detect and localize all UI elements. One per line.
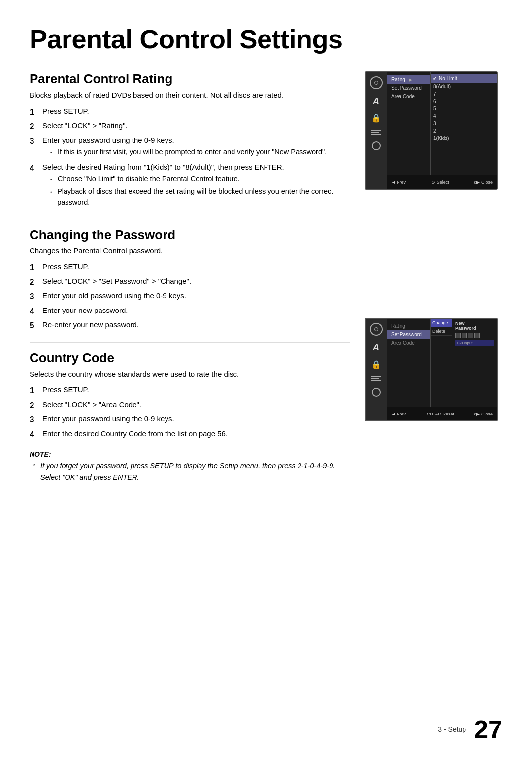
- step-number: 3: [30, 290, 38, 303]
- section-separator-2: [30, 342, 350, 343]
- pwd-box-2: [462, 333, 467, 338]
- dvd-menu-item-areacode-2[interactable]: Area Code: [387, 339, 430, 347]
- note-bullet: ・ If you forget your password, press SET…: [30, 460, 350, 483]
- lock-icon-2: 🔒: [371, 360, 381, 369]
- rating-value-6[interactable]: 6: [431, 98, 497, 105]
- dvd-sidebar-1: A 🔒: [366, 72, 387, 189]
- delete-item[interactable]: Delete: [431, 327, 452, 336]
- country-step-4: 4 Enter the desired Country Code from th…: [30, 428, 350, 441]
- bullet-list: ・ If this is your first visit, you will …: [42, 147, 350, 159]
- step-text: Select "LOCK" > "Area Code".: [42, 399, 350, 411]
- pwd-box-1: [455, 333, 461, 338]
- password-step-1: 1 Press SETUP.: [30, 261, 350, 274]
- bullet-dot: ・: [47, 187, 54, 208]
- rating-section-title: Parental Control Rating: [30, 71, 350, 87]
- select-button-1[interactable]: ⊙ Select: [432, 180, 449, 185]
- close-button-2[interactable]: d▶ Close: [474, 412, 493, 416]
- dvd-menu-item-setpassword[interactable]: Set Password: [387, 84, 430, 92]
- close-button-1[interactable]: d▶ Close: [474, 180, 493, 185]
- country-section-title: Country Code: [30, 350, 350, 366]
- prev-button-1[interactable]: ◄ Prev.: [391, 180, 407, 185]
- prev-button-2[interactable]: ◄ Prev.: [391, 412, 407, 416]
- bullet-text: If this is your first visit, you will be…: [58, 147, 327, 159]
- country-step-2: 2 Select "LOCK" > "Area Code".: [30, 399, 350, 412]
- page-number-area: 3 - Setup 27: [438, 717, 502, 742]
- rating-value-3[interactable]: 3: [431, 120, 497, 127]
- password-step-2: 2 Select "LOCK" > "Set Password" > "Chan…: [30, 276, 350, 289]
- rating-value-8adult[interactable]: 8(Adult): [431, 83, 497, 90]
- new-password-col: NewPassword 0-9 Input: [452, 319, 497, 407]
- dvd-footer-2: ◄ Prev. CLEAR Reset d▶ Close: [387, 407, 497, 420]
- password-input-boxes: [455, 333, 494, 338]
- step-text: Enter your password using the 0-9 keys. …: [42, 135, 350, 160]
- bullet-item: ・ Choose "No Limit" to disable the Paren…: [47, 174, 350, 186]
- disc-icon: [370, 76, 383, 89]
- note-bullet-dot: ・: [30, 460, 37, 483]
- step-number: 5: [30, 319, 38, 332]
- note-text: If you forget your password, press SETUP…: [40, 460, 350, 483]
- audio-icon-2: A: [373, 343, 379, 353]
- password-step-3: 3 Enter your old password using the 0-9 …: [30, 290, 350, 303]
- bars-icon: [371, 130, 381, 135]
- dvd-menu-left-1: Rating ▶ Set Password Area Code: [387, 72, 431, 175]
- step-text: Press SETUP.: [42, 106, 350, 117]
- step-number: 3: [30, 414, 38, 426]
- pwd-box-3: [468, 333, 473, 338]
- circle-icon: [372, 141, 381, 150]
- note-label: NOTE:: [30, 450, 350, 458]
- page-label: 3 - Setup: [438, 725, 466, 733]
- bullet-text: Choose "No Limit" to disable the Parenta…: [58, 174, 240, 186]
- circle-icon-2: [372, 388, 381, 397]
- rating-step-2: 2 Select "LOCK" > "Rating".: [30, 120, 350, 133]
- dvd-content-1: Rating ▶ Set Password Area Code: [387, 72, 497, 189]
- dvd-menu-item-setpassword-2[interactable]: Set Password: [387, 330, 430, 339]
- bullet-text: Playback of discs that exceed the set ra…: [57, 186, 350, 208]
- note-content: NOTE: ・ If you forget your password, pre…: [30, 450, 350, 483]
- bullet-item: ・ Playback of discs that exceed the set …: [47, 186, 350, 208]
- dvd-content-2: Rating Set Password Area Code: [387, 319, 497, 420]
- rating-value-4[interactable]: 4: [431, 112, 497, 120]
- password-section-title: Changing the Password: [30, 227, 350, 242]
- right-column: A 🔒: [365, 71, 502, 483]
- bullet-item: ・ If this is your first visit, you will …: [47, 147, 350, 159]
- step-text: Enter your old password using the 0-9 ke…: [42, 290, 350, 302]
- step-text: Enter your new password.: [42, 305, 350, 316]
- step-number: 2: [30, 399, 38, 412]
- rating-value-1kids[interactable]: 1(Kids): [431, 135, 497, 142]
- dvd-menu-right-1: ✔ No Limit 8(Adult) 7 6 5 4 3 2: [431, 72, 497, 175]
- step-text: Select "LOCK" > "Set Password" > "Change…: [42, 276, 350, 287]
- clear-reset-button[interactable]: CLEAR Reset: [427, 412, 454, 416]
- step-text: Enter your password using the 0-9 keys.: [42, 414, 350, 425]
- step-number: 4: [30, 162, 38, 174]
- rating-section: Parental Control Rating Blocks playback …: [30, 71, 350, 209]
- rating-value-5[interactable]: 5: [431, 105, 497, 112]
- rating-value-2[interactable]: 2: [431, 127, 497, 135]
- new-password-label: NewPassword: [455, 321, 494, 331]
- step-number: 4: [30, 428, 38, 441]
- disc-icon-2: [370, 323, 383, 336]
- pwd-box-4: [474, 333, 480, 338]
- rating-step-3: 3 Enter your password using the 0-9 keys…: [30, 135, 350, 160]
- password-step-4: 4 Enter your new password.: [30, 305, 350, 318]
- country-steps-list: 1 Press SETUP. 2 Select "LOCK" > "Area C…: [30, 384, 350, 441]
- password-steps-list: 1 Press SETUP. 2 Select "LOCK" > "Set Pa…: [30, 261, 350, 332]
- change-item[interactable]: Change: [431, 319, 452, 327]
- country-section-desc: Selects the country whose standards were…: [30, 369, 350, 380]
- step-number: 4: [30, 305, 38, 318]
- audio-icon: A: [373, 96, 379, 106]
- rating-value-7[interactable]: 7: [431, 90, 497, 98]
- step-text: Select the desired Rating from "1(Kids)"…: [42, 162, 350, 209]
- step-text: Press SETUP.: [42, 261, 350, 273]
- section-separator-1: [30, 219, 350, 219]
- dvd-password-content: Change Delete NewPassword: [431, 319, 497, 407]
- bars-icon-2: [371, 376, 381, 381]
- dvd-menu-item-rating-2[interactable]: Rating: [387, 322, 430, 330]
- lock-icon: 🔒: [371, 113, 381, 123]
- dvd-menu-item-rating[interactable]: Rating ▶: [387, 75, 430, 84]
- left-column: Parental Control Rating Blocks playback …: [30, 71, 350, 483]
- page-title: Parental Control Settings: [30, 25, 502, 54]
- dvd-sidebar-2: A 🔒: [366, 319, 387, 420]
- dvd-menu-item-areacode[interactable]: Area Code: [387, 92, 430, 101]
- bullet-list: ・ Choose "No Limit" to disable the Paren…: [42, 174, 350, 208]
- rating-section-desc: Blocks playback of rated DVDs based on t…: [30, 90, 350, 101]
